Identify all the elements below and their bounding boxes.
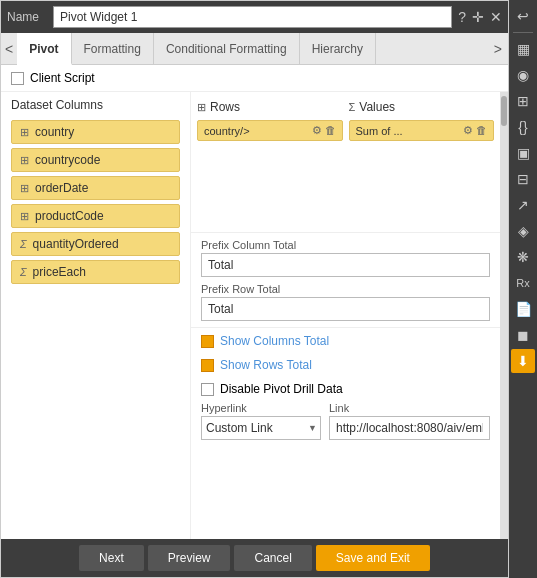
sidebar-icon-circle[interactable]: ◈ bbox=[511, 219, 535, 243]
sidebar-icon-map[interactable]: ◉ bbox=[511, 63, 535, 87]
list-item[interactable]: ⊞ orderDate bbox=[11, 176, 180, 200]
table-icon-2: ⊞ bbox=[20, 182, 29, 195]
sidebar-icon-bar-chart[interactable]: ▦ bbox=[511, 37, 535, 61]
dataset-label: Dataset Columns bbox=[11, 98, 180, 112]
main-container: Name ? ✛ ✕ < Pivot Formatting Conditiona… bbox=[0, 0, 537, 578]
show-rows-label: Show Rows Total bbox=[220, 358, 312, 372]
rows-chip-label: country/> bbox=[204, 125, 250, 137]
move-icon[interactable]: ✛ bbox=[472, 9, 484, 25]
content: Client Script Dataset Columns ⊞ country … bbox=[1, 65, 508, 539]
rows-section: ⊞ Rows country/> ⚙ 🗑 bbox=[197, 98, 343, 226]
client-script-row: Client Script bbox=[1, 65, 508, 92]
rows-chip[interactable]: country/> ⚙ 🗑 bbox=[197, 120, 343, 141]
sidebar-sep-0 bbox=[513, 32, 533, 33]
sidebar-icon-line-chart[interactable]: ↗ bbox=[511, 193, 535, 217]
values-settings-icon[interactable]: ⚙ bbox=[463, 124, 473, 137]
item-label-0: country bbox=[35, 125, 74, 139]
tab-hierarchy[interactable]: Hierarchy bbox=[300, 33, 376, 65]
scroll-thumb bbox=[501, 96, 507, 126]
panel: Name ? ✛ ✕ < Pivot Formatting Conditiona… bbox=[0, 0, 509, 578]
hyperlink-select[interactable]: Custom Link None URL bbox=[201, 416, 321, 440]
show-columns-label: Show Columns Total bbox=[220, 334, 329, 348]
item-label-5: priceEach bbox=[33, 265, 86, 279]
rows-delete-icon[interactable]: 🗑 bbox=[325, 124, 336, 137]
disable-pivot-checkbox[interactable] bbox=[201, 383, 214, 396]
preview-button[interactable]: Preview bbox=[148, 545, 231, 571]
show-columns-checkbox[interactable] bbox=[201, 335, 214, 348]
list-item[interactable]: ⊞ productCode bbox=[11, 204, 180, 228]
item-label-4: quantityOrdered bbox=[33, 237, 119, 251]
hyperlink-label: Hyperlink bbox=[201, 402, 321, 414]
prefix-column-input[interactable] bbox=[201, 253, 490, 277]
tabs-next-btn[interactable]: > bbox=[488, 41, 508, 57]
name-label: Name bbox=[7, 10, 47, 24]
select-wrapper: Custom Link None URL bbox=[201, 416, 321, 440]
tab-pivot[interactable]: Pivot bbox=[17, 33, 71, 65]
pivot-area: ⊞ Rows country/> ⚙ 🗑 bbox=[191, 92, 500, 232]
prefix-row-label: Prefix Row Total bbox=[201, 283, 490, 295]
link-input[interactable] bbox=[329, 416, 490, 440]
table-icon-0: ⊞ bbox=[20, 126, 29, 139]
sidebar-icon-table[interactable]: ⊟ bbox=[511, 167, 535, 191]
values-label: Values bbox=[359, 100, 395, 114]
values-chip-icons: ⚙ 🗑 bbox=[463, 124, 487, 137]
left-col: Dataset Columns ⊞ country ⊞ countrycode … bbox=[1, 92, 191, 539]
sum-icon-4: Σ bbox=[20, 238, 27, 250]
sidebar: ↩ ▦ ◉ ⊞ {} ▣ ⊟ ↗ ◈ ❋ Rx 📄 ◼ ⬇ bbox=[509, 0, 537, 578]
sidebar-icon-code[interactable]: {} bbox=[511, 115, 535, 139]
next-button[interactable]: Next bbox=[79, 545, 144, 571]
item-label-1: countrycode bbox=[35, 153, 100, 167]
show-columns-row: Show Columns Total bbox=[201, 334, 490, 348]
header: Name ? ✛ ✕ bbox=[1, 1, 508, 33]
body-area: Dataset Columns ⊞ country ⊞ countrycode … bbox=[1, 92, 508, 539]
sidebar-icon-grid[interactable]: ⊞ bbox=[511, 89, 535, 113]
list-item[interactable]: Σ priceEach bbox=[11, 260, 180, 284]
values-header: Σ Values bbox=[349, 98, 495, 116]
client-script-label: Client Script bbox=[30, 71, 95, 85]
hyperlink-select-col: Hyperlink Custom Link None URL bbox=[201, 402, 321, 440]
disable-pivot-label: Disable Pivot Drill Data bbox=[220, 382, 343, 396]
footer: Next Preview Cancel Save and Exit bbox=[1, 539, 508, 577]
sidebar-icon-image[interactable]: ▣ bbox=[511, 141, 535, 165]
disable-pivot-row: Disable Pivot Drill Data bbox=[201, 382, 490, 396]
prefix-row-input[interactable] bbox=[201, 297, 490, 321]
rows-settings-icon[interactable]: ⚙ bbox=[312, 124, 322, 137]
rows-chip-icons: ⚙ 🗑 bbox=[312, 124, 336, 137]
client-script-checkbox[interactable] bbox=[11, 72, 24, 85]
sum-icon-5: Σ bbox=[20, 266, 27, 278]
item-label-2: orderDate bbox=[35, 181, 88, 195]
show-rows-checkbox[interactable] bbox=[201, 359, 214, 372]
values-delete-icon[interactable]: 🗑 bbox=[476, 124, 487, 137]
sidebar-icon-download[interactable]: ⬇ bbox=[511, 349, 535, 373]
table-icon-3: ⊞ bbox=[20, 210, 29, 223]
values-chip-label: Sum of ... bbox=[356, 125, 403, 137]
hyperlink-section: Hyperlink Custom Link None URL bbox=[191, 402, 500, 446]
cancel-button[interactable]: Cancel bbox=[234, 545, 311, 571]
tabs-prev-btn[interactable]: < bbox=[1, 33, 17, 65]
sidebar-icon-layers[interactable]: ◼ bbox=[511, 323, 535, 347]
close-icon[interactable]: ✕ bbox=[490, 9, 502, 25]
rows-label: Rows bbox=[210, 100, 240, 114]
list-item[interactable]: ⊞ country bbox=[11, 120, 180, 144]
hyperlink-row: Hyperlink Custom Link None URL bbox=[201, 402, 490, 440]
item-label-3: productCode bbox=[35, 209, 104, 223]
sidebar-icon-connect[interactable]: ❋ bbox=[511, 245, 535, 269]
right-area: ⊞ Rows country/> ⚙ 🗑 bbox=[191, 92, 500, 539]
sidebar-icon-doc[interactable]: 📄 bbox=[511, 297, 535, 321]
widget-name-input[interactable] bbox=[53, 6, 452, 28]
values-section: Σ Values Sum of ... ⚙ 🗑 bbox=[349, 98, 495, 226]
list-item[interactable]: Σ quantityOrdered bbox=[11, 232, 180, 256]
values-chip[interactable]: Sum of ... ⚙ 🗑 bbox=[349, 120, 495, 141]
tab-formatting[interactable]: Formatting bbox=[72, 33, 154, 65]
sidebar-icon-rx[interactable]: Rx bbox=[511, 271, 535, 295]
prefix-row-row: Prefix Row Total bbox=[201, 283, 490, 321]
save-exit-button[interactable]: Save and Exit bbox=[316, 545, 430, 571]
link-label: Link bbox=[329, 402, 490, 414]
help-icon[interactable]: ? bbox=[458, 9, 466, 25]
scrollbar[interactable] bbox=[500, 92, 508, 539]
tab-conditional-formatting[interactable]: Conditional Formatting bbox=[154, 33, 300, 65]
sidebar-icon-back[interactable]: ↩ bbox=[511, 4, 535, 28]
prefix-column-row: Prefix Column Total bbox=[201, 239, 490, 277]
list-item[interactable]: ⊞ countrycode bbox=[11, 148, 180, 172]
prefix-column-label: Prefix Column Total bbox=[201, 239, 490, 251]
